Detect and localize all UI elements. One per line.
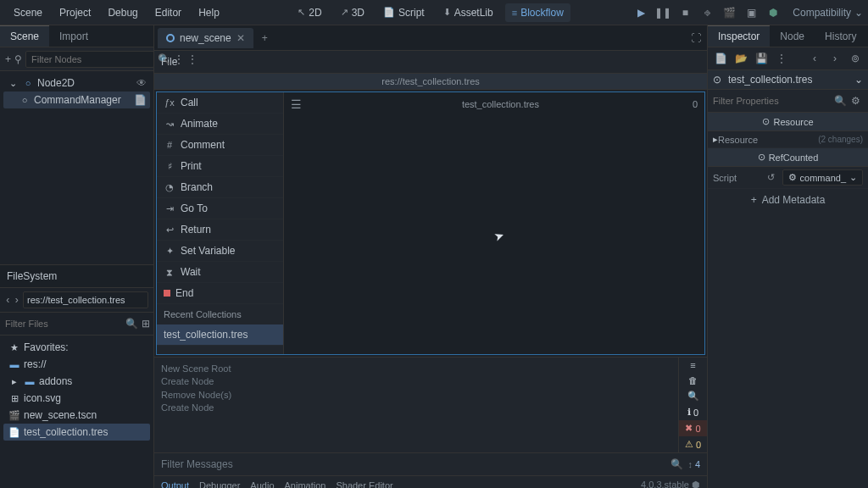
tree-node-child[interactable]: ○ CommandManager 📄: [3, 92, 150, 108]
cmd-print[interactable]: ♯Print: [157, 156, 283, 177]
play-custom-button[interactable]: ▣: [743, 5, 759, 20]
save-resource-button[interactable]: 💾: [754, 51, 769, 66]
cursor-icon: ➤: [492, 227, 507, 243]
search-icon[interactable]: 🔍: [158, 52, 170, 67]
version-label: 4.0.3.stable ⬢: [641, 480, 700, 488]
cmd-return[interactable]: ↩Return: [157, 219, 283, 241]
stop-button[interactable]: ■: [677, 5, 693, 20]
tab-node[interactable]: Node: [770, 26, 815, 47]
forward-button[interactable]: ›: [14, 292, 20, 308]
open-resource-button[interactable]: 📂: [733, 51, 748, 66]
node-icon: ○: [19, 95, 31, 105]
filter-properties-input[interactable]: [713, 96, 832, 106]
kebab-icon[interactable]: ⋮: [774, 51, 789, 66]
warning-count[interactable]: ⚠0: [679, 436, 707, 452]
canvas[interactable]: ☰ test_collection.tres 0 ➤: [284, 92, 704, 354]
tool-icon[interactable]: ≡: [679, 358, 707, 373]
stop-icon: [164, 290, 170, 297]
menu-scene[interactable]: Scene: [5, 2, 51, 24]
search-log-icon[interactable]: 🔍: [679, 388, 707, 404]
tab-blockflow[interactable]: ≡Blockflow: [505, 3, 570, 22]
menu-project[interactable]: Project: [51, 2, 99, 24]
close-tab-button[interactable]: ✕: [236, 32, 245, 44]
search-icon[interactable]: 🔍: [832, 93, 848, 108]
renderer-dropdown[interactable]: Compatibility⌄: [793, 7, 863, 19]
script-attached-icon[interactable]: 📄: [134, 94, 147, 106]
fs-item-collection[interactable]: 📄test_collection.tres: [3, 424, 150, 441]
play-scene-button[interactable]: 🎬: [721, 5, 737, 20]
inspector-path[interactable]: ⊙ test_collection.tres ⌄: [708, 70, 868, 90]
tree-node-root[interactable]: ⌄ ○ Node2D 👁: [3, 75, 150, 92]
error-count[interactable]: ✖0: [679, 420, 707, 436]
file-menu[interactable]: File: [154, 51, 707, 74]
path-input[interactable]: [23, 291, 148, 308]
cmd-wait[interactable]: ⧗Wait: [157, 262, 283, 283]
play-button[interactable]: ▶: [633, 5, 648, 20]
cmd-animate[interactable]: ↝Animate: [157, 114, 283, 135]
section-resource[interactable]: ⊙Resource: [708, 113, 868, 131]
script-dropdown[interactable]: ⚙ command_ ⌄: [782, 169, 863, 186]
cmd-goto[interactable]: ⇥Go To: [157, 198, 283, 219]
new-resource-button[interactable]: 📄: [713, 51, 728, 66]
editor-tab-new-scene[interactable]: new_scene ✕: [158, 28, 253, 48]
search-icon[interactable]: 🔍: [125, 316, 138, 331]
fs-item-scene[interactable]: 🎬new_scene.tscn: [3, 407, 150, 424]
filter-nodes-input[interactable]: [25, 51, 154, 68]
menu-editor[interactable]: Editor: [147, 2, 190, 24]
filter-icon[interactable]: ⚙: [848, 93, 863, 108]
fx-icon: ƒx: [164, 97, 175, 108]
run-remote-button[interactable]: ⎆: [699, 5, 715, 20]
cmd-set-variable[interactable]: ✦Set Variable: [157, 241, 283, 262]
cmd-end[interactable]: End: [157, 283, 283, 304]
hash-icon: #: [164, 140, 175, 150]
message-index[interactable]: ↕4: [687, 457, 700, 472]
kebab-icon[interactable]: ⋮: [187, 52, 198, 67]
add-node-button[interactable]: +: [5, 52, 11, 67]
link-icon[interactable]: ⚲: [14, 52, 22, 67]
expand-icon[interactable]: ⛶: [688, 32, 704, 44]
section-refcounted[interactable]: ⊙RefCounted: [708, 148, 868, 167]
filter-files-input[interactable]: [5, 319, 122, 329]
clear-icon[interactable]: 🗑: [679, 373, 707, 388]
tab-scene[interactable]: Scene: [0, 25, 49, 47]
visibility-icon[interactable]: 👁: [136, 77, 147, 89]
tab-import[interactable]: Import: [49, 26, 98, 47]
tab-3d[interactable]: ↗3D: [334, 3, 371, 22]
hist-fwd-button[interactable]: ›: [827, 51, 843, 66]
expand-icon: ⌄: [7, 78, 19, 89]
download-icon: ⬇: [443, 7, 451, 18]
hourglass-icon: ⧗: [164, 267, 175, 278]
recent-item[interactable]: test_collection.tres: [157, 324, 283, 346]
cmd-comment[interactable]: #Comment: [157, 135, 283, 156]
view-mode-icon[interactable]: ⊞: [142, 316, 150, 331]
menu-help[interactable]: Help: [190, 2, 228, 24]
back-button[interactable]: ‹: [5, 292, 11, 308]
fs-item-addons[interactable]: ▸▬addons: [3, 373, 150, 390]
menu-icon[interactable]: ⋮: [174, 52, 184, 67]
menu-debug[interactable]: Debug: [99, 2, 146, 24]
tab-history[interactable]: History: [815, 26, 866, 47]
tab-2d[interactable]: ↖2D: [291, 3, 328, 22]
pause-button[interactable]: ❚❚: [655, 5, 670, 20]
fs-item-icon[interactable]: ⊞icon.svg: [3, 390, 150, 407]
info-count[interactable]: ℹ0: [679, 404, 707, 420]
resource-row[interactable]: ▸ Resource (2 changes): [708, 131, 868, 148]
bottom-tab-animation[interactable]: Animation: [285, 480, 326, 489]
tab-script[interactable]: 📄Script: [376, 3, 431, 22]
revert-icon[interactable]: ↺: [764, 170, 779, 186]
new-tab-button[interactable]: +: [255, 29, 275, 47]
hist-menu-button[interactable]: ⊚: [848, 51, 863, 66]
filter-messages-input[interactable]: Filter Messages: [161, 458, 665, 470]
bottom-tab-output[interactable]: Output: [161, 480, 189, 489]
tab-inspector[interactable]: Inspector: [708, 25, 770, 47]
hist-back-button[interactable]: ‹: [807, 51, 822, 66]
bottom-tab-shader[interactable]: Shader Editor: [336, 480, 392, 489]
cmd-branch[interactable]: ◔Branch: [157, 177, 283, 198]
fs-root[interactable]: ▬res://: [3, 356, 150, 373]
cmd-call[interactable]: ƒxCall: [157, 92, 283, 114]
bottom-tab-audio[interactable]: Audio: [250, 480, 274, 489]
add-metadata-button[interactable]: + Add Metadata: [708, 189, 868, 211]
tab-assetlib[interactable]: ⬇AssetLib: [437, 3, 500, 22]
bottom-tab-debugger[interactable]: Debugger: [199, 480, 240, 489]
search-icon[interactable]: 🔍: [669, 457, 684, 472]
